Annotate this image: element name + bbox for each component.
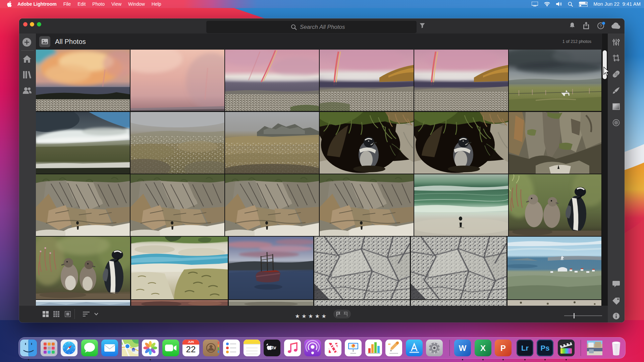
svg-text:tv: tv	[272, 345, 276, 350]
svg-text:“: “	[388, 342, 391, 348]
svg-text:280: 280	[132, 349, 135, 351]
svg-text:?: ?	[599, 23, 602, 28]
